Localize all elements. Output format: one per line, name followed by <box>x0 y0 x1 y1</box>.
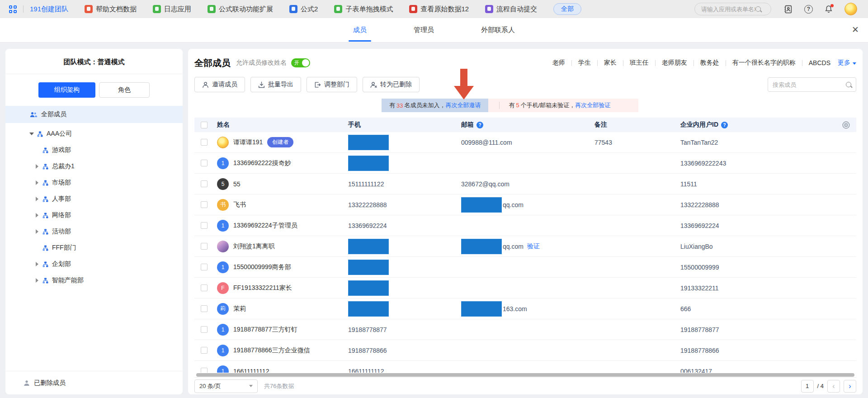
page-size-select[interactable]: 20 条/页 <box>194 379 258 393</box>
sidebar-item-all-members[interactable]: 全部成员 <box>5 106 183 123</box>
row-checkbox[interactable] <box>201 201 208 208</box>
member-userid: 19188778877 <box>680 326 719 333</box>
prev-page-button[interactable]: ‹ <box>827 380 840 393</box>
invite-member-button[interactable]: 邀请成员 <box>194 77 245 92</box>
org-node-icon <box>42 213 48 218</box>
team-name-link[interactable]: 191创建团队 <box>30 5 68 14</box>
chevron-right-icon[interactable] <box>34 262 40 266</box>
chevron-right-icon[interactable] <box>34 164 40 169</box>
row-checkbox[interactable] <box>201 139 208 146</box>
row-checkbox[interactable] <box>201 305 208 312</box>
reinvite-all-link[interactable]: 再次全部邀请 <box>445 101 481 109</box>
reverify-all-link[interactable]: 再次全部验证 <box>575 102 610 109</box>
next-page-button[interactable]: › <box>844 380 856 393</box>
chevron-right-icon[interactable] <box>34 180 40 185</box>
table-row: 113369692222摸奇妙1336969222243 <box>194 153 856 174</box>
help-icon[interactable]: ? <box>804 5 813 14</box>
redacted-phone <box>348 301 389 317</box>
more-tags-link[interactable]: 更多 <box>838 59 856 67</box>
row-checkbox[interactable] <box>201 180 208 187</box>
app-search-input[interactable] <box>701 6 755 13</box>
pinned-app-item[interactable]: 查看原始数据12 <box>409 5 469 14</box>
current-page-box[interactable]: 1 <box>801 380 814 393</box>
button-label: 邀请成员 <box>212 81 237 89</box>
adjust-department-button[interactable]: 调整部门 <box>307 77 357 92</box>
member-search-input[interactable] <box>773 81 840 88</box>
tag-divider <box>655 60 656 66</box>
column-header-userid: 企业内用户ID <box>680 121 718 129</box>
chevron-right-icon[interactable] <box>34 197 40 201</box>
all-apps-pill[interactable]: 全部 <box>553 3 581 15</box>
org-structure-button[interactable]: 组织架构 <box>38 82 95 98</box>
chevron-right-icon[interactable] <box>34 278 40 283</box>
verify-email-link[interactable]: 验证 <box>527 242 540 251</box>
sidebar-item-department[interactable]: 企划部 <box>5 256 183 272</box>
sidebar-item-department[interactable]: FFF部门 <box>5 240 183 256</box>
sidebar-item-department[interactable]: 市场部 <box>5 175 183 191</box>
pinned-app-item[interactable]: 帮助文档数据 <box>85 5 137 14</box>
pinned-app-item[interactable]: 公式联动功能扩展 <box>208 5 273 14</box>
apps-grid-icon[interactable] <box>9 5 17 13</box>
row-checkbox[interactable] <box>201 264 208 270</box>
allow-rename-toggle[interactable]: 开 <box>291 58 310 67</box>
row-checkbox[interactable] <box>201 284 208 291</box>
role-tag-教务处[interactable]: 教务处 <box>700 59 719 67</box>
row-checkbox[interactable] <box>201 347 208 354</box>
sidebar-item-label: 企划部 <box>52 260 71 268</box>
member-userid: 666 <box>680 305 691 313</box>
role-tag-班主任[interactable]: 班主任 <box>630 59 649 67</box>
sidebar-item-department[interactable]: 活动部 <box>5 223 183 240</box>
role-button[interactable]: 角色 <box>99 82 150 98</box>
pinned-app-item[interactable]: 日志应用 <box>153 5 191 14</box>
row-checkbox[interactable] <box>201 222 208 229</box>
tab-成员[interactable]: 成员 <box>351 19 368 42</box>
sidebar-item-company-root[interactable]: AAA公司 <box>5 126 183 142</box>
sidebar-item-department[interactable]: 游戏部 <box>5 142 183 158</box>
sidebar-item-deleted-members[interactable]: 已删除成员 <box>5 371 183 394</box>
batch-export-button[interactable]: 批量导出 <box>250 77 301 92</box>
userid-help-icon[interactable]: ? <box>721 122 728 128</box>
scrollbar-thumb[interactable] <box>196 373 854 377</box>
org-node-icon <box>42 147 48 153</box>
notifications-bell-icon[interactable] <box>825 5 833 14</box>
more-label: 更多 <box>838 59 850 67</box>
role-tag-ABCDS[interactable]: ABCDS <box>809 59 830 66</box>
org-node-icon <box>42 261 48 267</box>
role-tag-有一个很长名字的职称[interactable]: 有一个很长名字的职称 <box>732 59 796 67</box>
row-checkbox[interactable] <box>201 160 208 166</box>
member-search-box[interactable] <box>768 77 856 92</box>
select-all-checkbox[interactable] <box>201 122 208 128</box>
tab-外部联系人[interactable]: 外部联系人 <box>479 19 517 42</box>
row-checkbox[interactable] <box>201 368 208 373</box>
row-checkbox[interactable] <box>201 243 208 250</box>
role-tag-家长[interactable]: 家长 <box>604 59 617 67</box>
role-tag-老师朋友[interactable]: 老师朋友 <box>662 59 687 67</box>
contacts-icon[interactable] <box>784 5 793 14</box>
sidebar-item-department[interactable]: 智能产能部 <box>5 272 183 289</box>
email-help-icon[interactable]: ? <box>476 122 483 128</box>
sidebar-item-department[interactable]: 总裁办1 <box>5 158 183 175</box>
move-to-deleted-button[interactable]: 转为已删除 <box>363 77 420 92</box>
pinned-app-item[interactable]: 流程自动提交 <box>485 5 537 14</box>
tab-管理员[interactable]: 管理员 <box>412 19 436 42</box>
close-icon[interactable]: ✕ <box>852 25 859 34</box>
app-search-box[interactable] <box>694 3 771 15</box>
table-row: 119188778866三方企业微信1918877886619188778866 <box>194 340 856 361</box>
role-tag-老师[interactable]: 老师 <box>552 59 565 67</box>
sidebar-item-department[interactable]: 人事部 <box>5 191 183 207</box>
member-userid: 19133322211 <box>680 284 719 292</box>
app-icon <box>409 5 417 13</box>
user-avatar[interactable] <box>844 3 857 15</box>
chevron-down-icon[interactable] <box>29 133 34 135</box>
notice-divider <box>499 102 500 109</box>
role-tag-学生[interactable]: 学生 <box>578 59 591 67</box>
chevron-right-icon[interactable] <box>34 213 40 218</box>
pinned-app-item[interactable]: 子表单拖拽模式 <box>334 5 393 14</box>
chevron-right-icon[interactable] <box>34 229 40 234</box>
sidebar-item-department[interactable]: 网络部 <box>5 207 183 223</box>
pinned-app-item[interactable]: 公式2 <box>289 5 318 14</box>
row-checkbox[interactable] <box>201 326 208 333</box>
member-userid: 1336969222243 <box>680 160 726 167</box>
notice-text: 有 <box>389 101 395 109</box>
column-settings-gear-icon[interactable] <box>842 121 850 129</box>
